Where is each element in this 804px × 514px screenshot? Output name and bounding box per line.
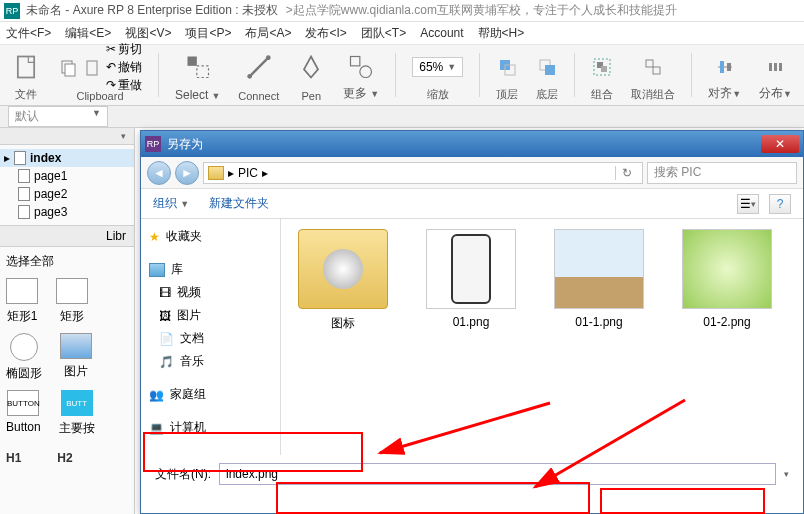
tree-page3[interactable]: page3 — [0, 203, 134, 221]
save-as-dialog: RP另存为 ✕ ◄ ► ▸ PIC ▸ ↻ 搜索 PIC 组织 ▼ 新建文件夹 … — [140, 130, 804, 514]
view-button[interactable]: ☰▾ — [737, 194, 759, 214]
menu-file[interactable]: 文件<F> — [6, 25, 51, 42]
folder-icon — [208, 166, 224, 180]
file-01[interactable]: 01.png — [421, 229, 521, 329]
page-tree: ▸ index page1 page2 page3 — [0, 145, 134, 225]
svg-rect-20 — [720, 61, 724, 73]
svg-rect-0 — [18, 57, 34, 78]
style-combo[interactable]: 默认 ▼ — [8, 106, 108, 127]
tool-ungroup[interactable]: 取消组合 — [625, 46, 681, 104]
svg-rect-2 — [65, 64, 75, 76]
shape-image[interactable]: 图片 — [60, 333, 92, 382]
menu-arrange[interactable]: 布局<A> — [245, 25, 291, 42]
tool-top[interactable]: 顶层 — [490, 46, 524, 104]
side-videos[interactable]: 🎞 视频 — [141, 281, 280, 304]
new-file-icon[interactable] — [12, 53, 40, 81]
close-button[interactable]: ✕ — [761, 135, 799, 153]
file-01-1[interactable]: 01-1.png — [549, 229, 649, 329]
dialog-nav: ◄ ► ▸ PIC ▸ ↻ 搜索 PIC — [141, 157, 803, 189]
tool-align[interactable]: 对齐▼ — [702, 46, 747, 104]
svg-rect-13 — [545, 65, 555, 75]
side-documents[interactable]: 📄 文档 — [141, 327, 280, 350]
pen-icon — [297, 53, 325, 81]
menu-edit[interactable]: 编辑<E> — [65, 25, 111, 42]
tool-connect[interactable]: Connect — [232, 46, 285, 104]
svg-point-7 — [266, 55, 271, 60]
shape-primary-button[interactable]: BUTT主要按 — [59, 390, 95, 437]
menu-team[interactable]: 团队<T> — [361, 25, 406, 42]
menu-project[interactable]: 项目<P> — [185, 25, 231, 42]
svg-rect-4 — [187, 57, 196, 66]
side-music[interactable]: 🎵 音乐 — [141, 350, 280, 373]
tree-page1[interactable]: page1 — [0, 167, 134, 185]
align-icon — [715, 57, 735, 77]
menu-publish[interactable]: 发布<I> — [305, 25, 346, 42]
nav-back-button[interactable]: ◄ — [147, 161, 171, 185]
pages-header: ▾ — [0, 128, 134, 145]
shape-h1[interactable]: H1 — [6, 451, 21, 465]
select-icon — [184, 53, 212, 81]
group-icon — [592, 57, 612, 77]
cut-label[interactable]: ✂ 剪切 — [106, 41, 142, 58]
svg-rect-17 — [646, 60, 653, 67]
help-button[interactable]: ? — [769, 194, 791, 214]
organize-menu[interactable]: 组织 ▼ — [153, 195, 189, 212]
window-title: 未命名 - Axure RP 8 Enterprise Edition : 未授… — [26, 2, 278, 19]
svg-rect-5 — [196, 66, 208, 78]
tool-pen[interactable]: Pen — [291, 46, 331, 104]
tool-distribute[interactable]: 分布▼ — [753, 46, 798, 104]
tool-select[interactable]: Select ▼ — [169, 46, 226, 104]
zoom-input[interactable]: 65%▼ — [412, 57, 463, 77]
tool-zoom: 65%▼ 缩放 — [406, 46, 469, 104]
app-icon: RP — [4, 3, 20, 19]
side-homegroup[interactable]: 👥 家庭组 — [141, 383, 280, 406]
svg-point-6 — [247, 74, 252, 79]
dialog-title: 另存为 — [167, 136, 203, 153]
svg-rect-3 — [87, 61, 97, 75]
connect-icon — [245, 53, 273, 81]
svg-rect-23 — [774, 63, 777, 71]
side-computer[interactable]: 💻 计算机 — [141, 416, 280, 439]
side-favorites[interactable]: ★收藏夹 — [141, 225, 280, 248]
refresh-icon[interactable]: ↻ — [615, 166, 638, 180]
tool-group-btn[interactable]: 组合 — [585, 46, 619, 104]
nav-forward-button[interactable]: ► — [175, 161, 199, 185]
style-bar: 默认 ▼ — [0, 106, 804, 128]
side-pictures[interactable]: 🖼 图片 — [141, 304, 280, 327]
filename-label: 文件名(N): — [155, 466, 211, 483]
select-all-link[interactable]: 选择全部 — [6, 253, 128, 270]
shape-rect[interactable]: 矩形 — [56, 278, 88, 325]
dialog-icon: RP — [145, 136, 161, 152]
menu-account[interactable]: Account — [420, 26, 463, 40]
shape-ellipse[interactable]: 椭圆形 — [6, 333, 42, 382]
shape-h2[interactable]: H2 — [57, 451, 72, 465]
dialog-toolbar: 组织 ▼ 新建文件夹 ☰▾ ? — [141, 189, 803, 219]
filename-input[interactable] — [219, 463, 776, 485]
app-titlebar: RP 未命名 - Axure RP 8 Enterprise Edition :… — [0, 0, 804, 22]
svg-rect-8 — [351, 56, 360, 65]
svg-rect-18 — [653, 67, 660, 74]
svg-rect-24 — [779, 63, 782, 71]
filename-dropdown[interactable]: ▾ — [784, 469, 789, 479]
file-01-2[interactable]: 01-2.png — [677, 229, 777, 329]
address-bar[interactable]: ▸ PIC ▸ ↻ — [203, 162, 643, 184]
tree-page2[interactable]: page2 — [0, 185, 134, 203]
tool-more[interactable]: 更多 ▼ — [337, 46, 385, 104]
shapes-icon — [347, 53, 375, 81]
menu-view[interactable]: 视图<V> — [125, 25, 171, 42]
new-folder-button[interactable]: 新建文件夹 — [209, 195, 269, 212]
file-folder-icons[interactable]: 图标 — [293, 229, 393, 332]
tool-bottom[interactable]: 底层 — [530, 46, 564, 104]
distribute-icon — [766, 57, 786, 77]
side-libraries[interactable]: 库 — [141, 258, 280, 281]
main-toolbar: 文件 ✂ 剪切 ↶ 撤销 ↷ 重做 Clipboard Select ▼ Con… — [0, 44, 804, 106]
paste-icon[interactable] — [82, 57, 102, 77]
copy-icon[interactable] — [58, 57, 78, 77]
shape-button[interactable]: BUTTONButton — [6, 390, 41, 437]
tool-group-file: 文件 — [6, 46, 46, 104]
undo-label[interactable]: ↶ 撤销 — [106, 59, 142, 76]
shape-rect1[interactable]: 矩形1 — [6, 278, 38, 325]
tree-root[interactable]: ▸ index — [0, 149, 134, 167]
menu-help[interactable]: 帮助<H> — [478, 25, 525, 42]
search-input[interactable]: 搜索 PIC — [647, 162, 797, 184]
